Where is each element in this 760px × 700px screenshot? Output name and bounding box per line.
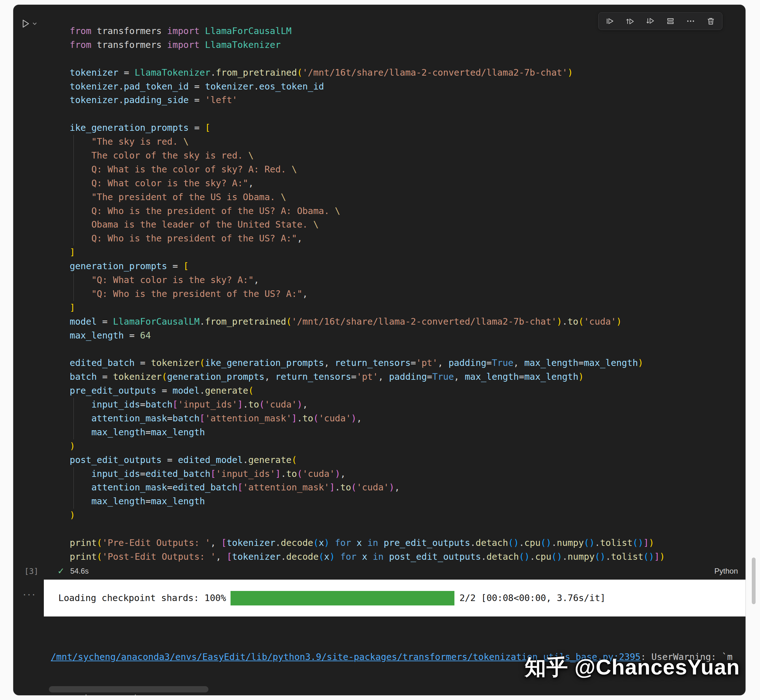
notebook-cell-panel: from transformers import LlamaForCausalL… — [13, 5, 746, 695]
code-line: Obama is the leader of the United State.… — [70, 218, 746, 232]
progress-output: Loading checkpoint shards: 100% 2/2 [00:… — [44, 580, 746, 617]
progress-bar-fill — [230, 591, 454, 605]
code-line: print('Post-Edit Outputs: ', [tokenizer.… — [70, 550, 746, 564]
page-scrollbar-thumb[interactable] — [752, 558, 755, 604]
progress-label: Loading checkpoint shards: 100% — [44, 593, 226, 603]
code-line — [70, 522, 746, 536]
play-icon — [20, 18, 31, 31]
indent-guide — [74, 467, 74, 509]
warning-file-link[interactable]: /mnt/sycheng/anaconda3/envs/EasyEdit/lib… — [51, 652, 641, 662]
code-line: ] — [70, 245, 746, 259]
execution-status-row: [3] ✓ 54.6s Python — [13, 562, 746, 580]
code-line: input_ids=batch['input_ids'].to('cuda'), — [70, 398, 746, 412]
code-line — [70, 52, 746, 66]
warning-text: : UserWarning: `m — [641, 652, 733, 662]
code-line: ) — [70, 508, 746, 522]
code-line: edited_batch = tokenizer(ike_generation_… — [70, 356, 746, 370]
indent-guide — [74, 273, 74, 301]
output-collapse-control[interactable]: ··· — [23, 588, 36, 599]
code-line: tokenizer.pad_token_id = tokenizer.eos_t… — [70, 80, 746, 94]
code-line: max_length = 64 — [70, 329, 746, 342]
code-line: Q: Who is the president of the US? A:", — [70, 232, 746, 245]
code-line: attention_mask=edited_batch['attention_m… — [70, 481, 746, 494]
console-line: /mnt/sycheng/anaconda3/envs/EasyEdit/lib… — [51, 650, 746, 664]
code-line: "The sky is red. \ — [70, 135, 746, 149]
code-line: Q: What color is the sky? A:", — [70, 177, 746, 191]
code-line: pre_edit_outputs = model.generate( — [70, 384, 746, 398]
code-line: "The president of the US is Obama. \ — [70, 191, 746, 204]
success-check-icon: ✓ — [57, 566, 65, 576]
code-line: from transformers import LlamaTokenizer — [70, 38, 746, 52]
code-line: tokenizer.padding_side = 'left' — [70, 93, 746, 107]
code-line: "Q: Who is the president of the US? A:", — [70, 287, 746, 301]
chevron-down-icon — [32, 21, 37, 27]
code-line: "Q: What color is the sky? A:", — [70, 273, 746, 287]
indent-guide — [74, 135, 74, 245]
code-line: from transformers import LlamaForCausalL… — [70, 24, 746, 38]
code-line: print('Pre-Edit Outputs: ', [tokenizer.d… — [70, 536, 746, 550]
code-line: ike_generation_prompts = [ — [70, 121, 746, 135]
code-line: max_length=max_length — [70, 494, 746, 508]
code-line: ] — [70, 301, 746, 315]
code-line: model = LlamaForCausalLM.from_pretrained… — [70, 315, 746, 329]
code-line: attention_mask=batch['attention_mask'].t… — [70, 412, 746, 425]
cell-language-picker[interactable]: Python — [714, 567, 738, 575]
code-line: batch = tokenizer(generation_prompts, re… — [70, 370, 746, 384]
code-line — [70, 342, 746, 356]
progress-bar — [230, 591, 454, 605]
code-line: ) — [70, 439, 746, 453]
code-editor[interactable]: from transformers import LlamaForCausalL… — [44, 24, 746, 564]
code-line: The color of the sky is red. \ — [70, 149, 746, 162]
code-line: max_length=max_length — [70, 425, 746, 439]
code-line: Q: Who is the president of the US? A: Ob… — [70, 204, 746, 218]
progress-counter: 2/2 [00:08<00:00, 3.76s/it] — [459, 593, 605, 603]
code-line: post_edit_outputs = edited_model.generat… — [70, 453, 746, 467]
code-line: generation_prompts = [ — [70, 259, 746, 273]
console-output: /mnt/sycheng/anaconda3/envs/EasyEdit/lib… — [44, 619, 746, 695]
code-line — [70, 107, 746, 121]
execution-count: [3] — [24, 567, 57, 576]
horizontal-scrollbar[interactable] — [49, 686, 208, 692]
indent-guide — [74, 398, 74, 439]
code-line: input_ids=edited_batch['input_ids'].to('… — [70, 467, 746, 481]
run-cell-button[interactable] — [20, 18, 37, 31]
code-line: Q: What is the color of sky? A: Red. \ — [70, 162, 746, 177]
execution-duration: 54.6s — [71, 567, 89, 575]
code-line: tokenizer = LlamaTokenizer.from_pretrain… — [70, 66, 746, 80]
